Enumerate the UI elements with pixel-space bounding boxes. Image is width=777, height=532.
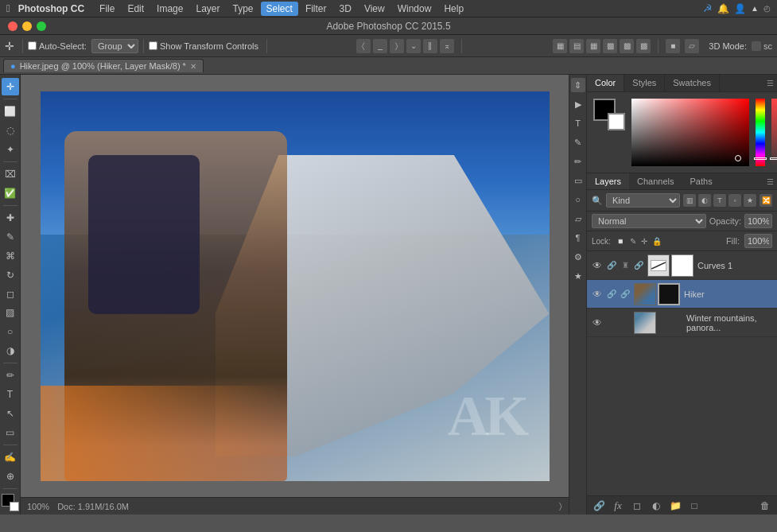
align-center-h-icon[interactable]: ⎯ — [373, 39, 387, 53]
filter-smart-icon[interactable]: ★ — [744, 194, 756, 207]
minimize-button[interactable] — [22, 21, 32, 31]
tab-color[interactable]: Color — [587, 75, 624, 91]
new-adjustment-layer-btn[interactable]: ◐ — [649, 499, 663, 513]
notification-icon[interactable]: 🔔 — [717, 3, 729, 14]
menu-layer[interactable]: Layer — [190, 2, 225, 16]
filter-toggle-icon[interactable]: 🔀 — [760, 194, 772, 207]
star-icon[interactable]: ★ — [571, 269, 585, 283]
dist-top-icon[interactable]: ▦ — [553, 39, 567, 53]
pen-tool[interactable]: ✏ — [2, 367, 19, 384]
menu-view[interactable]: View — [359, 2, 390, 16]
paragraph-icon[interactable]: ¶ — [571, 231, 585, 245]
shape-tool[interactable]: ▭ — [2, 424, 19, 441]
align-center-v-icon[interactable]: ‖ — [423, 39, 437, 53]
new-group-btn[interactable]: 📁 — [668, 499, 682, 513]
blend-mode-dropdown[interactable]: Normal Multiply Screen Overlay — [592, 214, 706, 228]
curves1-mask-link[interactable]: 🔗 — [634, 260, 643, 271]
filter-text-icon[interactable]: T — [713, 194, 726, 207]
move-resize-icon[interactable]: ⇕ — [571, 78, 585, 92]
text-tool[interactable]: T — [2, 386, 19, 403]
menu-window[interactable]: Window — [392, 2, 437, 16]
layer-item-hiker[interactable]: 👁 🔗 🔗 Hiker — [587, 280, 777, 309]
layers-panel-menu-btn[interactable]: ☰ — [763, 173, 777, 189]
filter-shape-icon[interactable]: ▫ — [728, 194, 741, 207]
gear-sidebar-icon[interactable]: ⚙ — [571, 250, 585, 264]
new-layer-btn[interactable]: □ — [687, 499, 701, 513]
dist-h-icon[interactable]: ▩ — [620, 39, 634, 53]
dist-right-icon[interactable]: ▩ — [636, 39, 651, 53]
auto-select-dropdown[interactable]: Group Layer — [91, 39, 138, 53]
brush-tool[interactable]: ✎ — [2, 228, 19, 246]
marquee-tool[interactable]: ⬜ — [2, 103, 19, 120]
document-tab[interactable]: ● Hiker.jpeg @ 100% (Hiker, Layer Mask/8… — [3, 59, 204, 72]
healing-tool[interactable]: ✚ — [2, 209, 19, 227]
shape-tool-sidebar-icon[interactable]: ▭ — [571, 173, 585, 188]
lock-position-icon[interactable]: ✛ — [641, 237, 647, 246]
hand-tool[interactable]: ✍ — [2, 449, 19, 466]
add-fx-btn[interactable]: fx — [611, 499, 625, 513]
hiker-visibility-icon[interactable]: 👁 — [592, 289, 603, 300]
background-color[interactable] — [10, 502, 19, 511]
auto-align-icon[interactable]: ■ — [666, 39, 680, 53]
menu-type[interactable]: Type — [227, 2, 259, 16]
user-icon[interactable]: 👤 — [734, 3, 746, 14]
link-layers-btn[interactable]: 🔗 — [592, 499, 606, 513]
lock-all-icon[interactable]: 🔒 — [652, 237, 662, 246]
lock-pixels-icon[interactable]: ✎ — [630, 237, 636, 246]
close-tab-button[interactable]: ✕ — [190, 62, 196, 71]
play-icon[interactable]: ▶ — [571, 97, 585, 111]
dodge-tool[interactable]: ◑ — [2, 342, 19, 359]
lasso-tool[interactable]: ◌ — [2, 122, 19, 139]
curves1-fx-icon[interactable]: ♜ — [620, 260, 630, 271]
fill-input[interactable] — [744, 234, 772, 248]
layer-item-curves1[interactable]: 👁 🔗 ♜ 🔗 Curves 1 — [587, 251, 777, 280]
mountains-visibility-icon[interactable]: 👁 — [592, 317, 603, 328]
delete-layer-btn[interactable]: 🗑 — [758, 499, 772, 513]
move-tool[interactable]: ✛ — [2, 78, 19, 95]
dist-bottom-icon[interactable]: ▦ — [586, 39, 600, 53]
wifi-icon[interactable]: ▲ — [751, 4, 759, 13]
align-left-icon[interactable]: 〈 — [356, 39, 371, 53]
path-select-tool[interactable]: ↖ — [2, 405, 19, 422]
add-mask-btn[interactable]: ◻ — [630, 499, 644, 513]
color-gradient-picker[interactable] — [631, 99, 749, 166]
canvas-container[interactable]: AK — [21, 75, 569, 497]
circle-tool-sidebar-icon[interactable]: ○ — [571, 192, 585, 207]
brush-tool-sidebar-icon[interactable]: ✎ — [571, 135, 585, 150]
blur-tool[interactable]: ○ — [2, 323, 19, 340]
menu-help[interactable]: Help — [438, 2, 469, 16]
background-color-swatch[interactable] — [608, 113, 625, 130]
tab-swatches[interactable]: Swatches — [665, 75, 720, 91]
auto-select-checkbox[interactable] — [28, 41, 37, 50]
filter-pixel-icon[interactable]: ▥ — [683, 194, 696, 207]
show-transform-checkbox[interactable] — [149, 41, 157, 50]
3d-tool-sidebar-icon[interactable]: ▱ — [571, 212, 585, 226]
scroll-right-btn[interactable]: 〉 — [559, 501, 562, 511]
align-right-icon[interactable]: 〉 — [390, 39, 404, 53]
menu-edit[interactable]: Edit — [122, 2, 150, 16]
pen-tool-sidebar-icon[interactable]: ✏ — [571, 154, 585, 169]
hue-slider[interactable] — [756, 99, 765, 166]
maximize-button[interactable] — [37, 21, 46, 31]
history-tool[interactable]: ↻ — [2, 266, 19, 284]
crop-tool[interactable]: ⌧ — [2, 165, 19, 183]
dist-left-icon[interactable]: ▩ — [603, 39, 617, 53]
eyedropper-tool[interactable]: ✅ — [2, 184, 19, 202]
quick-select-tool[interactable]: ✦ — [2, 141, 19, 158]
gradient-tool[interactable]: ▨ — [2, 304, 19, 321]
menu-select[interactable]: Select — [261, 2, 298, 16]
tab-layers[interactable]: Layers — [587, 173, 629, 189]
curves1-visibility-icon[interactable]: 👁 — [592, 260, 603, 271]
color-panel-menu-btn[interactable]: ☰ — [763, 75, 777, 91]
filter-adjustment-icon[interactable]: ◐ — [698, 194, 711, 207]
menu-filter[interactable]: Filter — [300, 2, 332, 16]
dropbox-icon[interactable]: ☭ — [703, 2, 713, 14]
3d-mode-icon[interactable]: ▱ — [685, 39, 699, 53]
tab-styles[interactable]: Styles — [624, 75, 665, 91]
opacity-input[interactable] — [744, 214, 772, 228]
eraser-tool[interactable]: ◻ — [2, 285, 19, 303]
curves1-link-icon[interactable]: 🔗 — [607, 260, 616, 271]
hiker-link-icon[interactable]: 🔗 — [607, 289, 616, 300]
tab-paths[interactable]: Paths — [682, 173, 721, 189]
kind-dropdown[interactable]: Kind Name Effect Mode — [606, 193, 680, 208]
